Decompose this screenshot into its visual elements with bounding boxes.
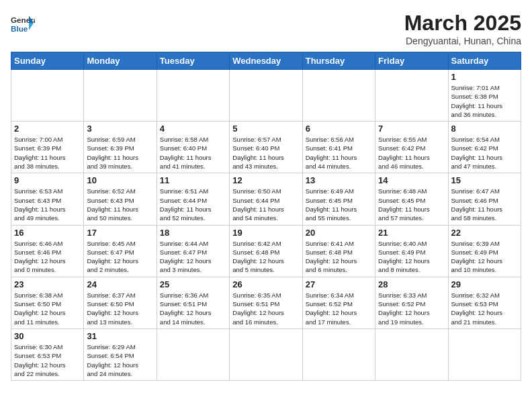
day-cell: 22Sunrise: 6:39 AM Sunset: 6:49 PM Dayli… (448, 225, 521, 277)
weekday-wednesday: Wednesday (230, 52, 302, 70)
day-number: 25 (160, 279, 226, 289)
day-number: 8 (451, 124, 518, 134)
day-number: 2 (14, 124, 81, 134)
day-number: 21 (378, 228, 445, 238)
day-info: Sunrise: 6:57 AM Sunset: 6:40 PM Dayligh… (232, 135, 299, 171)
day-info: Sunrise: 6:38 AM Sunset: 6:50 PM Dayligh… (14, 291, 81, 326)
day-cell: 16Sunrise: 6:46 AM Sunset: 6:46 PM Dayli… (11, 225, 84, 277)
day-number: 6 (306, 124, 372, 134)
day-number: 10 (87, 175, 153, 185)
day-number: 14 (378, 175, 445, 185)
day-cell (157, 70, 229, 122)
day-info: Sunrise: 6:34 AM Sunset: 6:52 PM Dayligh… (306, 291, 372, 326)
logo-icon: General Blue (11, 11, 35, 35)
week-row-1: 1Sunrise: 7:01 AM Sunset: 6:38 PM Daylig… (11, 70, 521, 122)
day-number: 30 (14, 331, 81, 341)
day-info: Sunrise: 6:41 AM Sunset: 6:48 PM Dayligh… (306, 239, 372, 275)
day-cell: 4Sunrise: 6:58 AM Sunset: 6:40 PM Daylig… (157, 122, 229, 173)
calendar: SundayMondayTuesdayWednesdayThursdayFrid… (11, 52, 521, 381)
day-cell: 31Sunrise: 6:29 AM Sunset: 6:54 PM Dayli… (84, 328, 157, 380)
week-row-4: 16Sunrise: 6:46 AM Sunset: 6:46 PM Dayli… (11, 225, 521, 277)
day-cell (448, 328, 521, 380)
day-cell (375, 328, 448, 380)
day-cell (157, 328, 229, 380)
day-number: 18 (160, 228, 226, 238)
weekday-thursday: Thursday (302, 52, 375, 70)
day-info: Sunrise: 6:59 AM Sunset: 6:39 PM Dayligh… (87, 135, 153, 171)
day-cell: 18Sunrise: 6:44 AM Sunset: 6:47 PM Dayli… (157, 225, 229, 277)
day-cell: 9Sunrise: 6:53 AM Sunset: 6:43 PM Daylig… (11, 173, 84, 225)
weekday-tuesday: Tuesday (157, 52, 229, 70)
svg-marker-3 (29, 23, 34, 30)
day-number: 11 (160, 175, 226, 185)
day-info: Sunrise: 6:46 AM Sunset: 6:46 PM Dayligh… (14, 239, 81, 275)
day-number: 12 (232, 175, 299, 185)
weekday-saturday: Saturday (448, 52, 521, 70)
day-cell: 6Sunrise: 6:56 AM Sunset: 6:41 PM Daylig… (302, 122, 375, 173)
subtitle: Dengyuantai, Hunan, China (404, 36, 521, 46)
weekday-friday: Friday (375, 52, 448, 70)
day-cell: 27Sunrise: 6:34 AM Sunset: 6:52 PM Dayli… (302, 277, 375, 328)
day-cell: 19Sunrise: 6:42 AM Sunset: 6:48 PM Dayli… (230, 225, 302, 277)
week-row-5: 23Sunrise: 6:38 AM Sunset: 6:50 PM Dayli… (11, 277, 521, 328)
day-info: Sunrise: 6:52 AM Sunset: 6:43 PM Dayligh… (87, 187, 153, 222)
day-info: Sunrise: 6:55 AM Sunset: 6:42 PM Dayligh… (378, 135, 445, 171)
day-cell: 20Sunrise: 6:41 AM Sunset: 6:48 PM Dayli… (302, 225, 375, 277)
day-number: 1 (451, 72, 518, 82)
day-number: 22 (451, 228, 518, 238)
day-cell (302, 328, 375, 380)
day-cell: 8Sunrise: 6:54 AM Sunset: 6:42 PM Daylig… (448, 122, 521, 173)
day-number: 15 (451, 175, 518, 185)
day-number: 5 (232, 124, 299, 134)
day-cell (302, 70, 375, 122)
svg-text:Blue: Blue (11, 24, 28, 33)
day-number: 29 (451, 279, 518, 289)
day-number: 31 (87, 331, 153, 341)
day-number: 26 (232, 279, 299, 289)
day-number: 9 (14, 175, 81, 185)
day-number: 28 (378, 279, 445, 289)
day-info: Sunrise: 6:58 AM Sunset: 6:40 PM Dayligh… (160, 135, 226, 171)
day-info: Sunrise: 6:37 AM Sunset: 6:50 PM Dayligh… (87, 291, 153, 326)
day-info: Sunrise: 6:50 AM Sunset: 6:44 PM Dayligh… (232, 187, 299, 222)
day-cell: 1Sunrise: 7:01 AM Sunset: 6:38 PM Daylig… (448, 70, 521, 122)
day-cell: 25Sunrise: 6:36 AM Sunset: 6:51 PM Dayli… (157, 277, 229, 328)
day-number: 17 (87, 228, 153, 238)
day-number: 16 (14, 228, 81, 238)
day-info: Sunrise: 6:42 AM Sunset: 6:48 PM Dayligh… (232, 239, 299, 275)
day-info: Sunrise: 6:35 AM Sunset: 6:51 PM Dayligh… (232, 291, 299, 326)
day-cell: 26Sunrise: 6:35 AM Sunset: 6:51 PM Dayli… (230, 277, 302, 328)
weekday-header-row: SundayMondayTuesdayWednesdayThursdayFrid… (11, 52, 521, 70)
day-info: Sunrise: 7:01 AM Sunset: 6:38 PM Dayligh… (451, 83, 518, 119)
day-info: Sunrise: 6:33 AM Sunset: 6:52 PM Dayligh… (378, 291, 445, 326)
day-cell (11, 70, 84, 122)
day-cell: 21Sunrise: 6:40 AM Sunset: 6:49 PM Dayli… (375, 225, 448, 277)
day-cell (84, 70, 157, 122)
page-header: General Blue March 2025 Dengyuantai, Hun… (11, 11, 521, 46)
day-info: Sunrise: 6:32 AM Sunset: 6:53 PM Dayligh… (451, 291, 518, 326)
week-row-3: 9Sunrise: 6:53 AM Sunset: 6:43 PM Daylig… (11, 173, 521, 225)
day-number: 27 (306, 279, 372, 289)
day-cell: 12Sunrise: 6:50 AM Sunset: 6:44 PM Dayli… (230, 173, 302, 225)
day-info: Sunrise: 6:53 AM Sunset: 6:43 PM Dayligh… (14, 187, 81, 222)
day-cell: 10Sunrise: 6:52 AM Sunset: 6:43 PM Dayli… (84, 173, 157, 225)
day-number: 19 (232, 228, 299, 238)
day-number: 13 (306, 175, 372, 185)
day-cell: 29Sunrise: 6:32 AM Sunset: 6:53 PM Dayli… (448, 277, 521, 328)
day-cell (230, 328, 302, 380)
logo: General Blue (11, 11, 35, 35)
day-info: Sunrise: 6:44 AM Sunset: 6:47 PM Dayligh… (160, 239, 226, 275)
day-info: Sunrise: 6:48 AM Sunset: 6:45 PM Dayligh… (378, 187, 445, 222)
week-row-2: 2Sunrise: 7:00 AM Sunset: 6:39 PM Daylig… (11, 122, 521, 173)
day-number: 20 (306, 228, 372, 238)
day-info: Sunrise: 6:40 AM Sunset: 6:49 PM Dayligh… (378, 239, 445, 275)
day-info: Sunrise: 6:39 AM Sunset: 6:49 PM Dayligh… (451, 239, 518, 275)
weekday-monday: Monday (84, 52, 157, 70)
day-info: Sunrise: 6:45 AM Sunset: 6:47 PM Dayligh… (87, 239, 153, 275)
day-cell: 24Sunrise: 6:37 AM Sunset: 6:50 PM Dayli… (84, 277, 157, 328)
day-cell: 15Sunrise: 6:47 AM Sunset: 6:46 PM Dayli… (448, 173, 521, 225)
day-cell: 30Sunrise: 6:30 AM Sunset: 6:53 PM Dayli… (11, 328, 84, 380)
day-cell: 3Sunrise: 6:59 AM Sunset: 6:39 PM Daylig… (84, 122, 157, 173)
day-info: Sunrise: 6:54 AM Sunset: 6:42 PM Dayligh… (451, 135, 518, 171)
day-cell: 2Sunrise: 7:00 AM Sunset: 6:39 PM Daylig… (11, 122, 84, 173)
